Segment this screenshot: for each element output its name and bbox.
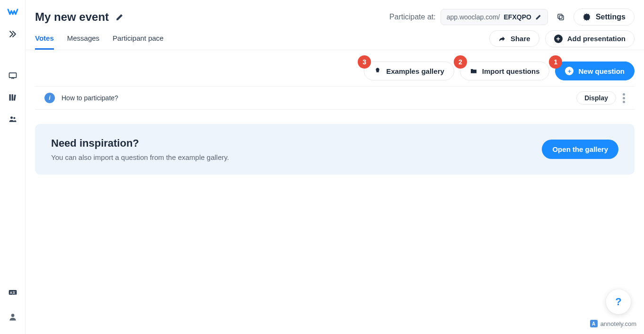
svg-point-4	[10, 116, 13, 119]
sidebar: A文	[0, 0, 26, 334]
logo	[7, 7, 18, 18]
inspiration-title: Need inspiration?	[51, 137, 542, 149]
tab-votes[interactable]: Votes	[35, 27, 54, 50]
settings-label: Settings	[596, 13, 626, 21]
display-button[interactable]: Display	[576, 91, 616, 105]
add-presentation-button[interactable]: + Add presentation	[545, 30, 635, 47]
examples-gallery-label: Examples gallery	[386, 67, 444, 75]
folder-icon	[470, 67, 477, 75]
url-code: EFXQPO	[504, 13, 531, 21]
how-to-participate-row: i How to participate? Display	[35, 86, 635, 110]
open-gallery-button[interactable]: Open the gallery	[542, 140, 618, 159]
copy-icon[interactable]	[556, 13, 565, 21]
svg-rect-0	[9, 73, 16, 78]
settings-button[interactable]: Settings	[573, 9, 635, 26]
main-content: My new event Participate at: app.wooclap…	[26, 0, 644, 334]
svg-rect-1	[9, 94, 10, 100]
subheader: Votes Messages Participant pace Share + …	[26, 27, 644, 50]
edit-url-icon[interactable]	[535, 14, 542, 20]
expand-sidebar-icon[interactable]	[7, 28, 18, 40]
participants-icon[interactable]	[7, 114, 18, 125]
lightbulb-icon	[374, 67, 381, 75]
svg-rect-3	[13, 95, 16, 101]
event-title: My new event	[35, 10, 109, 24]
participate-label: Participate at:	[389, 13, 436, 21]
annotely-icon: A	[590, 320, 598, 327]
plus-icon: +	[554, 35, 563, 43]
participate-url[interactable]: app.wooclap.com/EFXQPO	[441, 9, 548, 25]
new-question-button[interactable]: 1 + New question	[555, 62, 635, 80]
add-presentation-label: Add presentation	[567, 35, 626, 43]
share-button[interactable]: Share	[489, 30, 539, 47]
import-questions-label: Import questions	[482, 67, 540, 75]
svg-rect-2	[11, 94, 13, 100]
watermark-text: annotely.com	[600, 320, 636, 327]
badge-3: 3	[358, 55, 371, 69]
svg-rect-9	[559, 16, 564, 20]
svg-text:A文: A文	[10, 290, 16, 295]
svg-rect-10	[558, 14, 562, 18]
tabs: Votes Messages Participant pace	[35, 27, 164, 50]
badge-2: 2	[454, 55, 467, 69]
how-to-participate-text: How to participate?	[62, 94, 118, 102]
plus-circle-icon: +	[565, 67, 573, 75]
inspiration-subtitle: You can also import a question from the …	[51, 153, 542, 161]
examples-gallery-button[interactable]: 3 Examples gallery	[364, 62, 454, 80]
url-prefix: app.wooclap.com/	[447, 13, 500, 21]
header: My new event Participate at: app.wooclap…	[26, 0, 644, 27]
svg-point-5	[13, 117, 15, 119]
gear-icon	[582, 13, 591, 21]
watermark: A annotely.com	[590, 320, 636, 327]
help-button[interactable]: ?	[606, 290, 631, 314]
library-icon[interactable]	[7, 92, 18, 103]
tab-messages[interactable]: Messages	[67, 27, 99, 50]
profile-icon[interactable]	[7, 311, 18, 323]
new-question-label: New question	[578, 67, 625, 75]
svg-point-8	[11, 314, 14, 317]
edit-title-icon[interactable]	[115, 13, 124, 21]
more-options-icon[interactable]	[623, 93, 625, 103]
info-icon: i	[44, 93, 55, 103]
presentation-icon[interactable]	[7, 70, 18, 81]
share-label: Share	[511, 35, 530, 43]
tab-participant-pace[interactable]: Participant pace	[113, 27, 164, 50]
translate-icon[interactable]: A文	[7, 287, 18, 298]
share-icon	[498, 35, 506, 43]
inspiration-card: Need inspiration? You can also import a …	[35, 124, 635, 175]
badge-1: 1	[549, 55, 562, 69]
action-row: 3 Examples gallery 2 Import questions 1 …	[26, 50, 644, 86]
import-questions-button[interactable]: 2 Import questions	[460, 62, 550, 80]
